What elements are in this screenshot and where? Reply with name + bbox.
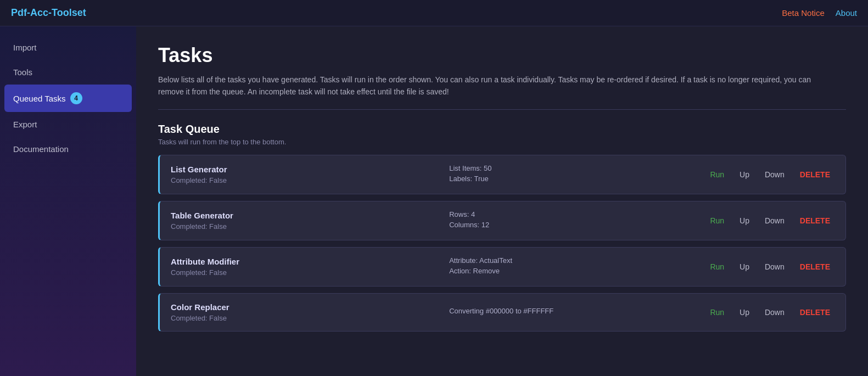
task-name: Color Replacer: [171, 302, 427, 312]
task-info-right: Rows: 4 Columns: 12: [427, 210, 705, 231]
task-info-right: Converting #000000 to #FFFFFF: [427, 307, 705, 317]
section-title: Task Queue: [158, 123, 846, 136]
run-button[interactable]: Run: [705, 306, 729, 319]
task-detail-2: Columns: 12: [449, 221, 705, 229]
task-detail-1: Converting #000000 to #FFFFFF: [449, 307, 705, 315]
task-actions: Run Up Down DELETE: [705, 214, 835, 227]
task-info-right: Attribute: ActualText Action: Remove: [427, 256, 705, 277]
task-detail-1: Rows: 4: [449, 210, 705, 218]
sidebar-item-import[interactable]: Import: [0, 35, 136, 60]
layout: Import Tools Queued Tasks 4 Export Docum…: [0, 26, 868, 376]
task-actions: Run Up Down DELETE: [705, 168, 835, 181]
task-name: Table Generator: [171, 211, 427, 220]
sidebar-label-documentation: Documentation: [13, 144, 69, 154]
task-actions: Run Up Down DELETE: [705, 306, 835, 319]
divider: [158, 109, 846, 110]
sidebar-item-tools[interactable]: Tools: [0, 60, 136, 85]
task-detail-1: Attribute: ActualText: [449, 256, 705, 265]
task-list: List Generator Completed: False List Ite…: [158, 155, 846, 332]
run-button[interactable]: Run: [705, 214, 729, 227]
up-button[interactable]: Up: [735, 306, 754, 319]
task-status: Completed: False: [171, 176, 427, 184]
beta-notice-link[interactable]: Beta Notice: [782, 8, 825, 18]
delete-button[interactable]: DELETE: [796, 260, 835, 273]
task-info-right: List Items: 50 Labels: True: [427, 164, 705, 185]
sidebar-label-tools: Tools: [13, 68, 32, 77]
run-button[interactable]: Run: [705, 260, 729, 273]
sidebar-item-queued-tasks[interactable]: Queued Tasks 4: [4, 85, 132, 112]
sidebar-label-queued-tasks: Queued Tasks: [13, 94, 66, 103]
about-link[interactable]: About: [836, 8, 857, 18]
page-title: Tasks: [158, 44, 846, 67]
task-info-left: Color Replacer Completed: False: [171, 302, 427, 322]
sidebar-label-import: Import: [13, 43, 37, 52]
task-info-left: Attribute Modifier Completed: False: [171, 257, 427, 277]
down-button[interactable]: Down: [760, 260, 789, 273]
down-button[interactable]: Down: [760, 214, 789, 227]
delete-button[interactable]: DELETE: [796, 168, 835, 181]
task-actions: Run Up Down DELETE: [705, 260, 835, 273]
task-card: Color Replacer Completed: False Converti…: [158, 293, 846, 332]
task-detail-1: List Items: 50: [449, 164, 705, 172]
task-detail-2: Labels: True: [449, 175, 705, 183]
down-button[interactable]: Down: [760, 168, 789, 181]
topbar: Pdf-Acc-Toolset Beta Notice About: [0, 0, 868, 26]
task-card: Table Generator Completed: False Rows: 4…: [158, 201, 846, 240]
sidebar: Import Tools Queued Tasks 4 Export Docum…: [0, 26, 136, 376]
delete-button[interactable]: DELETE: [796, 306, 835, 319]
sidebar-item-export[interactable]: Export: [0, 112, 136, 137]
delete-button[interactable]: DELETE: [796, 214, 835, 227]
task-status: Completed: False: [171, 222, 427, 231]
task-card: List Generator Completed: False List Ite…: [158, 155, 846, 194]
sidebar-item-documentation[interactable]: Documentation: [0, 137, 136, 161]
task-status: Completed: False: [171, 268, 427, 277]
task-card: Attribute Modifier Completed: False Attr…: [158, 247, 846, 287]
task-info-left: Table Generator Completed: False: [171, 211, 427, 231]
app-logo: Pdf-Acc-Toolset: [11, 7, 86, 19]
up-button[interactable]: Up: [735, 168, 754, 181]
section-subtitle: Tasks will run from the top to the botto…: [158, 138, 846, 146]
task-name: Attribute Modifier: [171, 257, 427, 266]
up-button[interactable]: Up: [735, 260, 754, 273]
down-button[interactable]: Down: [760, 306, 789, 319]
task-status: Completed: False: [171, 314, 427, 322]
topbar-links: Beta Notice About: [782, 8, 857, 18]
run-button[interactable]: Run: [705, 168, 729, 181]
task-info-left: List Generator Completed: False: [171, 165, 427, 184]
task-detail-2: Action: Remove: [449, 267, 705, 275]
queued-tasks-badge: 4: [70, 92, 82, 104]
main-content: Tasks Below lists all of the tasks you h…: [136, 26, 868, 376]
page-description: Below lists all of the tasks you have ge…: [158, 74, 817, 98]
task-name: List Generator: [171, 165, 427, 174]
sidebar-label-export: Export: [13, 120, 37, 129]
up-button[interactable]: Up: [735, 214, 754, 227]
